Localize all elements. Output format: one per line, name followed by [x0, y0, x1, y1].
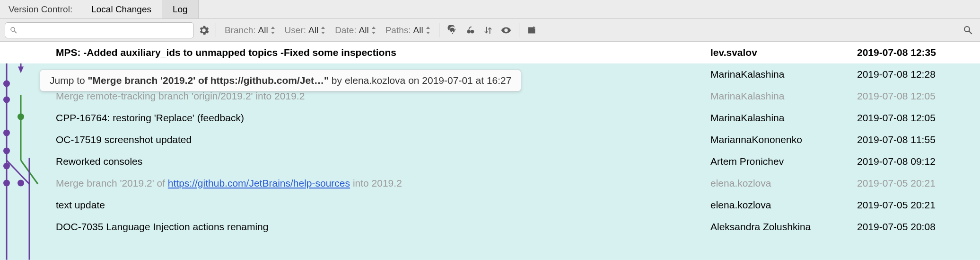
commit-row[interactable]: OC-17519 screenshot updatedMariannaKonon…: [0, 129, 980, 151]
branch-filter-label: Branch:: [225, 25, 255, 36]
user-filter-label: User:: [285, 25, 306, 36]
tooltip-suffix: by elena.kozlova on 2019-07-01 at 16:27: [329, 75, 511, 86]
sort-button[interactable]: [481, 23, 495, 37]
commit-message: CPP-16764: restoring 'Replace' (feedback…: [56, 112, 710, 124]
commit-message: OC-17519 screenshot updated: [56, 134, 710, 145]
commit-author: MarinaKalashina: [710, 69, 857, 80]
commit-date: 2019-07-08 09:12: [857, 156, 980, 167]
chevron-updown-icon: [271, 27, 275, 34]
search-icon: [9, 26, 18, 35]
commit-date: 2019-07-08 12:05: [857, 112, 980, 124]
commit-date: 2019-07-08 11:55: [857, 134, 980, 145]
svg-point-1: [471, 30, 474, 33]
commit-author: elena.kozlova: [710, 178, 857, 189]
paths-filter-label: Paths:: [385, 25, 411, 36]
jump-tooltip: Jump to "Merge branch '2019.2' of https:…: [40, 70, 521, 91]
branch-filter[interactable]: Branch: All: [222, 25, 278, 36]
commit-date: 2019-07-05 20:08: [857, 221, 980, 233]
cherry-pick-button[interactable]: [463, 23, 477, 37]
commit-log: MPS: -Added auxiliary_ids to unmapped to…: [0, 42, 980, 260]
date-filter-value: All: [359, 25, 369, 36]
commit-message: Reworked consoles: [56, 156, 710, 167]
commit-date: 2019-07-05 20:21: [857, 199, 980, 211]
log-toolbar: Branch: All User: All Date: All Paths: A…: [0, 19, 980, 42]
refresh-button[interactable]: [445, 23, 459, 37]
date-filter-label: Date:: [335, 25, 356, 36]
chevron-updown-icon: [321, 27, 325, 34]
branch-filter-value: All: [258, 25, 268, 36]
commit-message: MPS: -Added auxiliary_ids to unmapped to…: [56, 47, 710, 58]
commit-author: lev.svalov: [710, 47, 857, 58]
tab-local-changes[interactable]: Local Changes: [81, 0, 162, 18]
commit-row[interactable]: Reworked consolesArtem Pronichev2019-07-…: [0, 151, 980, 172]
paths-filter-value: All: [413, 25, 423, 36]
tooltip-prefix: Jump to: [50, 75, 88, 86]
commit-row[interactable]: DOC-7035 Language Injection actions rena…: [0, 216, 980, 238]
date-filter[interactable]: Date: All: [332, 25, 379, 36]
panel-title: Version Control:: [0, 0, 81, 18]
svg-point-0: [467, 30, 470, 33]
tab-log[interactable]: Log: [162, 0, 199, 18]
commit-author: elena.kozlova: [710, 199, 857, 211]
chevron-updown-icon: [371, 27, 376, 34]
user-filter-value: All: [308, 25, 318, 36]
find-button[interactable]: [961, 23, 975, 37]
commit-message: Merge branch '2019.2' of https://github.…: [56, 178, 710, 189]
commit-author: Aleksandra Zolushkina: [710, 221, 857, 233]
commit-author: Artem Pronichev: [710, 156, 857, 167]
commit-message: DOC-7035 Language Injection actions rena…: [56, 221, 710, 233]
commit-message: text update: [56, 199, 710, 211]
gear-icon[interactable]: [198, 24, 210, 36]
user-filter[interactable]: User: All: [282, 25, 329, 36]
chevron-updown-icon: [426, 27, 430, 34]
tooltip-target-commit: "Merge branch '2019.2' of https://github…: [88, 75, 329, 86]
commit-author: MariannaKononenko: [710, 134, 857, 145]
commit-row[interactable]: CPP-16764: restoring 'Replace' (feedback…: [0, 107, 980, 129]
commit-date: 2019-07-08 12:28: [857, 69, 980, 80]
commit-message: Merge remote-tracking branch 'origin/201…: [56, 90, 710, 102]
paths-filter[interactable]: Paths: All: [383, 25, 433, 36]
new-tab-button[interactable]: [525, 23, 539, 37]
commit-author: MarinaKalashina: [710, 90, 857, 102]
commit-row[interactable]: MPS: -Added auxiliary_ids to unmapped to…: [0, 42, 980, 63]
commit-date: 2019-07-08 12:35: [857, 47, 980, 58]
log-filter-input[interactable]: [5, 22, 194, 38]
commit-date: 2019-07-05 20:21: [857, 178, 980, 189]
tab-bar: Version Control: Local Changes Log: [0, 0, 980, 19]
commit-date: 2019-07-08 12:05: [857, 90, 980, 102]
eye-button[interactable]: [499, 23, 513, 37]
commit-row[interactable]: Merge branch '2019.2' of https://github.…: [0, 172, 980, 194]
commit-link[interactable]: https://github.com/JetBrains/help-source…: [168, 178, 350, 188]
commit-row[interactable]: text updateelena.kozlova2019-07-05 20:21: [0, 194, 980, 216]
commit-author: MarinaKalashina: [710, 112, 857, 124]
